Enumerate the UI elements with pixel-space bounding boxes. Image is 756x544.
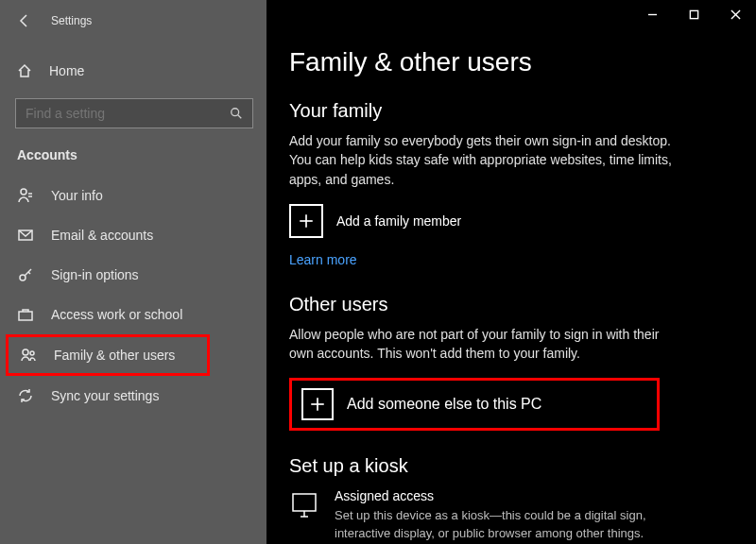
key-icon — [17, 266, 34, 283]
sidebar-home-label: Home — [49, 63, 84, 78]
svg-point-2 — [21, 189, 26, 195]
title-bar-controls — [631, 0, 756, 28]
sidebar-item-work-school[interactable]: Access work or school — [0, 295, 266, 334]
family-heading: Your family — [289, 100, 726, 122]
plus-icon — [301, 388, 334, 420]
add-family-label: Add a family member — [336, 213, 461, 229]
sidebar-search[interactable] — [15, 98, 253, 128]
sidebar-home[interactable]: Home — [0, 53, 266, 89]
other-users-heading: Other users — [289, 294, 726, 315]
sync-icon — [17, 387, 34, 404]
kiosk-sub: Set up this device as a kiosk—this could… — [335, 507, 686, 541]
search-icon — [229, 106, 244, 121]
content-area: Family & other users Your family Add you… — [266, 0, 756, 544]
page-title: Family & other users — [289, 47, 726, 77]
minimize-button[interactable] — [631, 0, 673, 28]
svg-rect-9 — [19, 312, 32, 320]
sidebar-item-label: Your info — [51, 188, 103, 203]
search-input[interactable] — [15, 98, 253, 128]
sidebar-item-label: Sync your settings — [51, 388, 159, 403]
sidebar-item-label: Sign-in options — [51, 267, 139, 282]
sidebar-item-label: Access work or school — [51, 307, 182, 322]
sidebar-item-label: Family & other users — [54, 348, 175, 363]
plus-icon — [289, 204, 323, 238]
kiosk-heading: Set up a kiosk — [289, 455, 726, 477]
person-icon — [17, 187, 34, 204]
svg-point-11 — [30, 351, 34, 355]
add-family-member-button[interactable]: Add a family member — [289, 204, 726, 238]
add-someone-else-label: Add someone else to this PC — [347, 396, 541, 413]
add-someone-else-button[interactable]: Add someone else to this PC — [289, 378, 660, 431]
sidebar-item-sync-settings[interactable]: Sync your settings — [0, 376, 266, 416]
assigned-access-item[interactable]: Assigned access Set up this device as a … — [289, 488, 686, 541]
svg-line-1 — [238, 115, 242, 119]
other-users-desc: Allow people who are not part of your fa… — [289, 325, 686, 364]
svg-point-0 — [232, 109, 239, 116]
back-icon[interactable] — [17, 13, 32, 28]
svg-rect-20 — [293, 494, 316, 511]
close-button[interactable] — [714, 0, 756, 28]
kiosk-title: Assigned access — [335, 488, 686, 503]
people-icon — [20, 347, 37, 364]
sidebar-items: Your info Email & accounts Sign-in optio… — [0, 176, 266, 416]
briefcase-icon — [17, 306, 34, 323]
sidebar-item-family-other-users[interactable]: Family & other users — [6, 334, 210, 376]
sidebar-item-your-info[interactable]: Your info — [0, 176, 266, 215]
svg-line-8 — [28, 272, 30, 274]
sidebar-item-label: Email & accounts — [51, 228, 153, 243]
learn-more-link[interactable]: Learn more — [289, 252, 357, 267]
sidebar-section-label: Accounts — [0, 128, 266, 170]
window-title: Settings — [51, 14, 92, 27]
mail-icon — [17, 227, 34, 244]
family-desc: Add your family so everybody gets their … — [289, 131, 686, 189]
sidebar-item-signin-options[interactable]: Sign-in options — [0, 255, 266, 295]
sidebar: Settings Home Accounts Your info — [0, 0, 266, 544]
maximize-button[interactable] — [673, 0, 714, 28]
sidebar-item-email-accounts[interactable]: Email & accounts — [0, 215, 266, 255]
svg-rect-13 — [690, 10, 697, 18]
svg-point-10 — [23, 349, 28, 355]
svg-line-7 — [25, 269, 31, 276]
monitor-icon — [289, 490, 319, 520]
home-icon — [17, 63, 32, 78]
